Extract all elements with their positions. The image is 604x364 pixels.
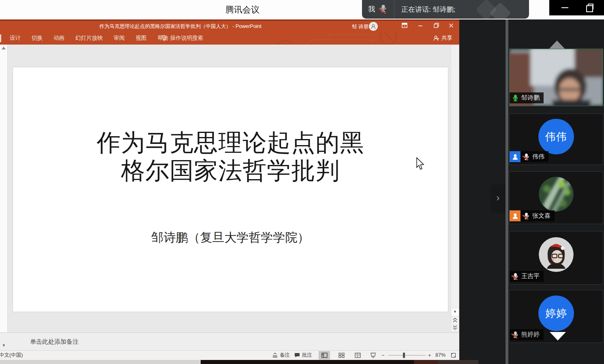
speaking-status: 正在讲话: 邹诗鹏;	[401, 5, 455, 14]
comment-icon	[294, 353, 300, 358]
notes-icon	[272, 353, 278, 358]
previous-slide-icon[interactable]	[452, 317, 458, 323]
thumbnail-pane-scrollbar[interactable]	[0, 45, 8, 332]
member-badge-blue	[510, 151, 520, 162]
notes-collapse-icon[interactable]: ▼	[2, 343, 6, 347]
participant-tile-zoushipeng[interactable]: 邹诗鹏	[509, 49, 603, 106]
ppt-restore-icon[interactable]	[429, 21, 443, 33]
slide-canvas[interactable]: 作为马克思理论起点的黑 格尔国家法哲学批判 邹诗鹏（复旦大学哲学学院）	[13, 67, 448, 312]
next-slide-icon[interactable]	[452, 324, 458, 331]
notes-pane[interactable]: 单击此处添加备注 ▼	[0, 332, 459, 350]
participant-tile-wangjiping[interactable]: 王吉平	[509, 231, 603, 285]
ppt-close-icon[interactable]	[444, 21, 458, 33]
share-person-icon	[433, 35, 439, 41]
sidebar-divider[interactable]	[505, 19, 508, 364]
restore-window-icon[interactable]	[588, 4, 593, 9]
search-label: 操作说明搜索	[170, 34, 203, 42]
bottom-edge-dark	[201, 360, 459, 364]
participant-name: 熊婷婷	[521, 331, 540, 338]
mouse-cursor	[416, 157, 425, 170]
ribbon-display-options-icon[interactable]	[398, 21, 411, 33]
powerpoint-window: 作为马克思理论起点的黑格尔国家法哲学批判（中国人大） - PowerPoint …	[0, 19, 459, 360]
collapse-sidebar-button[interactable]: ›	[490, 184, 505, 213]
tab-design[interactable]: 设计	[10, 34, 21, 42]
minimize-window-icon[interactable]	[561, 7, 568, 8]
participant-tile-zhangwenxi[interactable]: 张文喜	[509, 171, 603, 224]
zoom-slider-track[interactable]	[388, 355, 426, 355]
avatar-zhangwenxi	[539, 177, 574, 212]
participant-name: 邹诗鹏	[521, 94, 540, 102]
comments-toggle-button[interactable]: 批注	[294, 351, 312, 360]
slide-subtitle: 邹诗鹏（复旦大学哲学学院）	[13, 229, 448, 246]
tab-animations[interactable]: 动画	[54, 34, 64, 42]
avatar-weiwei: 伟伟	[538, 119, 574, 154]
ppt-account-name: 邹 诗朋	[352, 24, 368, 30]
muted-mic-icon	[512, 331, 518, 338]
muted-mic-icon	[523, 153, 529, 161]
participant-tile-weiwei[interactable]: 伟伟 伟伟	[509, 113, 603, 165]
ppt-document-title: 作为马克思理论起点的黑格尔国家法哲学批判（中国人大） - PowerPoint	[99, 23, 261, 30]
tell-me-search[interactable]: 操作说明搜索	[161, 32, 203, 45]
my-mic-status[interactable]: 我	[362, 0, 394, 19]
meeting-window-controls	[549, 0, 604, 15]
participants-scroll-down-icon[interactable]	[550, 332, 566, 340]
tab-review[interactable]: 审阅	[114, 34, 125, 42]
share-label: 共享	[441, 34, 452, 42]
participant-name: 伟伟	[532, 153, 544, 161]
zoom-out-button[interactable]: −	[381, 351, 384, 360]
fit-to-window-button[interactable]	[451, 351, 456, 360]
zoom-in-button[interactable]: +	[428, 351, 431, 360]
avatar-wangjiping	[539, 237, 574, 272]
ppt-tab-cutoff	[0, 34, 1, 42]
notes-placeholder[interactable]: 单击此处添加备注	[30, 338, 79, 346]
tab-view[interactable]: 视图	[136, 34, 147, 42]
ppt-minimize-icon[interactable]	[413, 21, 427, 33]
tencent-meeting-logo	[489, 2, 511, 19]
ppt-account-avatar[interactable]	[369, 22, 378, 31]
slide-sorter-view-button[interactable]	[336, 351, 347, 360]
share-button[interactable]: 共享	[433, 32, 452, 45]
slide-title: 作为马克思理论起点的黑 格尔国家法哲学批判	[13, 129, 448, 185]
member-badge-orange	[510, 210, 520, 221]
my-muted-mic-icon	[380, 5, 387, 12]
me-label: 我	[368, 4, 375, 14]
chevron-right-icon: ›	[497, 192, 500, 203]
participant-name: 王吉平	[521, 272, 540, 280]
bottom-edge-light	[0, 360, 201, 364]
ppt-editing-area: 作为马克思理论起点的黑 格尔国家法哲学批判 邹诗鹏（复旦大学哲学学院） ▼	[0, 45, 459, 332]
zoom-slider-thumb[interactable]	[403, 353, 405, 358]
zoom-level[interactable]: 87%	[435, 352, 446, 358]
muted-mic-icon	[523, 212, 529, 220]
slideshow-view-button[interactable]	[367, 351, 379, 360]
tab-transitions[interactable]: 切换	[32, 34, 43, 42]
meeting-app-title: 腾讯会议	[225, 4, 259, 15]
avatar-tingting: 婷婷	[538, 295, 574, 331]
meeting-floating-toolbar: 我 正在讲话: 邹诗鹏;	[362, 0, 529, 19]
scrollbar-up-icon[interactable]	[2, 47, 6, 49]
tab-slideshow[interactable]: 幻灯片放映	[75, 34, 103, 42]
notes-toggle-button[interactable]: 备注	[272, 351, 290, 360]
slide-vertical-scrollbar[interactable]: ▼	[451, 45, 458, 332]
meeting-stage-background: › 邹诗鹏	[459, 19, 604, 364]
participant-name: 张文喜	[532, 212, 550, 220]
normal-view-button[interactable]	[319, 351, 330, 360]
mic-on-icon	[512, 94, 518, 102]
language-status[interactable]: 中文(中国)	[0, 351, 23, 360]
ppt-titlebar: 作为马克思理论起点的黑格尔国家法哲学批判（中国人大） - PowerPoint …	[0, 19, 459, 32]
participants-scroll-up-icon[interactable]	[549, 41, 565, 49]
ppt-ribbon-tabs-bar: 设计 切换 动画 幻灯片放映 审阅 视图 帮助 操作说明搜索 共享	[0, 32, 459, 45]
muted-mic-icon	[512, 273, 518, 280]
scrollbar-down-icon[interactable]: ▼	[452, 309, 458, 315]
reading-view-button[interactable]	[352, 351, 363, 360]
lightbulb-icon	[161, 35, 167, 42]
ppt-status-bar: 中文(中国) 备注 批注 − + 8	[0, 350, 459, 360]
